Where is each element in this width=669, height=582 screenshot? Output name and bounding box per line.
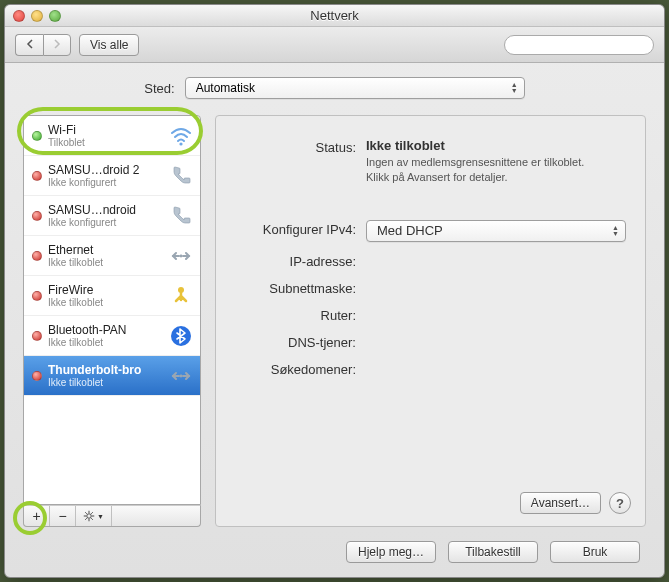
svg-line-12 — [85, 512, 87, 514]
bluetooth-icon — [168, 323, 194, 349]
wifi-icon — [168, 123, 194, 149]
service-actions-button[interactable]: ▼ — [76, 506, 112, 526]
service-status: Ikke tilkoblet — [48, 297, 162, 308]
status-desc: Ingen av medlemsgrensesnittene er tilkob… — [366, 155, 627, 186]
searchdomains-label: Søkedomener: — [226, 360, 366, 377]
ethernet-icon — [168, 243, 194, 269]
status-dot-icon — [32, 371, 42, 381]
help-button[interactable]: ? — [609, 492, 631, 514]
sidebar-item-wifi-0[interactable]: Wi-FiTilkoblet — [24, 116, 200, 156]
remove-service-button[interactable]: − — [50, 506, 76, 526]
searchdomains-row: Søkedomener: — [226, 360, 627, 377]
sidebar-item-phone-1[interactable]: SAMSU…droid 2Ikke konfigurert — [24, 156, 200, 196]
svg-point-7 — [87, 514, 92, 519]
firewire-icon — [168, 283, 194, 309]
config-row: Konfigurer IPv4: Med DHCP ▲▼ — [226, 220, 627, 242]
gear-icon — [83, 510, 95, 522]
content: Sted: Automatisk ▲▼ Wi-FiTilkobletSAMSU…… — [5, 63, 664, 577]
service-status: Ikke tilkoblet — [48, 337, 162, 348]
phone-icon — [168, 163, 194, 189]
advanced-button[interactable]: Avansert… — [520, 492, 601, 514]
search-input[interactable] — [517, 39, 655, 51]
svg-point-6 — [180, 374, 183, 377]
sidebar-item-firewire-4[interactable]: FireWireIkke tilkoblet — [24, 276, 200, 316]
config-ipv4-combo[interactable]: Med DHCP ▲▼ — [366, 220, 626, 242]
location-row: Sted: Automatisk ▲▼ — [23, 77, 646, 99]
apply-button[interactable]: Bruk — [550, 541, 640, 563]
status-row: Status: Ikke tilkoblet Ingen av medlemsg… — [226, 138, 627, 186]
status-dot-icon — [32, 171, 42, 181]
titlebar: Nettverk — [5, 5, 664, 27]
service-name: Wi-Fi — [48, 123, 162, 137]
status-label: Status: — [226, 138, 366, 155]
ip-row: IP-adresse: — [226, 252, 627, 269]
svg-point-3 — [180, 254, 183, 257]
service-status: Ikke tilkoblet — [48, 257, 162, 268]
show-all-button[interactable]: Vis alle — [79, 34, 139, 56]
revert-button[interactable]: Tilbakestill — [448, 541, 538, 563]
footer: Hjelp meg… Tilbakestill Bruk — [23, 537, 646, 565]
chevron-right-icon — [52, 39, 62, 49]
service-name: SAMSU…ndroid — [48, 203, 162, 217]
config-label: Konfigurer IPv4: — [226, 220, 366, 237]
combo-arrows-icon: ▲▼ — [511, 82, 518, 94]
svg-line-13 — [91, 518, 93, 520]
search-field[interactable] — [504, 35, 654, 55]
location-value: Automatisk — [196, 81, 255, 95]
dns-row: DNS-tjener: — [226, 333, 627, 350]
sidebar-item-ethernet-6[interactable]: Thunderbolt-broIkke tilkoblet — [24, 356, 200, 396]
status-dot-icon — [32, 251, 42, 261]
service-status: Ikke konfigurert — [48, 177, 162, 188]
close-window-button[interactable] — [13, 10, 25, 22]
service-status: Tilkoblet — [48, 137, 162, 148]
nav-segment — [15, 34, 71, 56]
status-value: Ikke tilkoblet — [366, 138, 627, 153]
window-title: Nettverk — [5, 8, 664, 23]
prefs-window: Nettverk Vis alle Sted: Automatisk ▲▼ — [4, 4, 665, 578]
dns-label: DNS-tjener: — [226, 333, 366, 350]
phone-icon — [168, 203, 194, 229]
svg-line-15 — [91, 512, 93, 514]
main-area: Wi-FiTilkobletSAMSU…droid 2Ikke konfigur… — [23, 115, 646, 527]
config-value: Med DHCP — [377, 223, 443, 238]
help-me-button[interactable]: Hjelp meg… — [346, 541, 436, 563]
status-dot-icon — [32, 291, 42, 301]
sidebar-item-bluetooth-5[interactable]: Bluetooth-PANIkke tilkoblet — [24, 316, 200, 356]
sidebar-item-ethernet-3[interactable]: EthernetIkke tilkoblet — [24, 236, 200, 276]
service-name: Thunderbolt-bro — [48, 363, 162, 377]
status-dot-icon — [32, 211, 42, 221]
location-combo[interactable]: Automatisk ▲▼ — [185, 77, 525, 99]
router-label: Ruter: — [226, 306, 366, 323]
combo-arrows-icon: ▲▼ — [612, 225, 619, 237]
traffic-lights — [13, 10, 61, 22]
ip-label: IP-adresse: — [226, 252, 366, 269]
service-name: Ethernet — [48, 243, 162, 257]
forward-button[interactable] — [43, 34, 71, 56]
zoom-window-button[interactable] — [49, 10, 61, 22]
service-status: Ikke konfigurert — [48, 217, 162, 228]
subnet-row: Subnettmaske: — [226, 279, 627, 296]
service-name: SAMSU…droid 2 — [48, 163, 162, 177]
service-status: Ikke tilkoblet — [48, 377, 162, 388]
chevron-left-icon — [25, 39, 35, 49]
subnet-label: Subnettmaske: — [226, 279, 366, 296]
chevron-down-icon: ▼ — [97, 513, 104, 520]
sidebar-item-phone-2[interactable]: SAMSU…ndroidIkke konfigurert — [24, 196, 200, 236]
sidebar-wrap: Wi-FiTilkobletSAMSU…droid 2Ikke konfigur… — [23, 115, 201, 527]
svg-point-2 — [179, 142, 182, 145]
service-name: FireWire — [48, 283, 162, 297]
service-list: Wi-FiTilkobletSAMSU…droid 2Ikke konfigur… — [23, 115, 201, 505]
status-dot-icon — [32, 131, 42, 141]
router-row: Ruter: — [226, 306, 627, 323]
service-list-toolbar: + − ▼ — [23, 505, 201, 527]
minimize-window-button[interactable] — [31, 10, 43, 22]
add-service-button[interactable]: + — [24, 506, 50, 526]
toolbar: Vis alle — [5, 27, 664, 63]
back-button[interactable] — [15, 34, 43, 56]
location-label: Sted: — [144, 81, 174, 96]
ethernet-icon — [168, 363, 194, 389]
detail-pane: Status: Ikke tilkoblet Ingen av medlemsg… — [215, 115, 646, 527]
svg-line-14 — [85, 518, 87, 520]
status-dot-icon — [32, 331, 42, 341]
service-name: Bluetooth-PAN — [48, 323, 162, 337]
